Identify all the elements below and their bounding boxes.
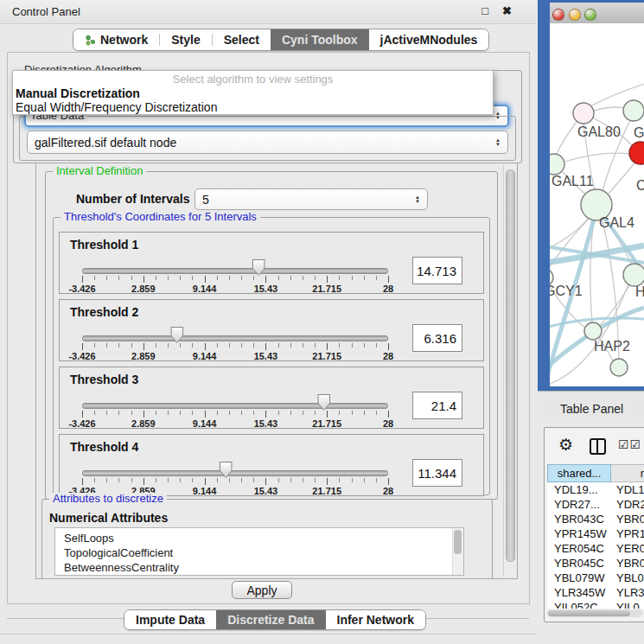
slider-tick-label: 2.859 xyxy=(131,284,156,294)
tab-network[interactable]: Network xyxy=(73,29,159,50)
slider-tick xyxy=(303,276,303,280)
tab-infer-network[interactable]: Infer Network xyxy=(326,610,425,629)
network-node-green[interactable] xyxy=(623,100,644,121)
close-traffic-light[interactable] xyxy=(552,9,564,21)
slider-tick xyxy=(278,478,279,482)
column-header-shared[interactable]: shared... xyxy=(547,464,611,482)
slider-tick xyxy=(229,478,230,482)
tab-discretize-data[interactable]: Discretize Data xyxy=(216,610,325,629)
network-node-label: G. xyxy=(634,125,644,140)
slider-tick-label: 21.715 xyxy=(312,418,341,429)
dropdown-option-equal-width[interactable]: Equal Width/Frequency Discretization xyxy=(13,100,493,114)
slider-tick xyxy=(118,343,119,348)
network-node-pink[interactable] xyxy=(573,103,594,124)
slider-tick xyxy=(229,343,230,348)
tab-style-label: Style xyxy=(171,33,200,47)
table-row[interactable]: YBR045CYBR0 xyxy=(547,556,644,571)
interval-definition-group: Interval Definition Number of Intervals … xyxy=(45,171,498,500)
tab-style[interactable]: Style xyxy=(160,29,211,50)
attributes-scrollbar[interactable] xyxy=(452,528,463,575)
num-intervals-combobox[interactable]: 5 ▲▼ xyxy=(194,188,428,210)
table-row[interactable]: YBR043CYBR0 xyxy=(547,512,644,526)
network-node-label: H xyxy=(635,284,644,299)
table-row[interactable]: YBL079WYBL0 xyxy=(547,571,644,585)
attributes-scrollbar-thumb[interactable] xyxy=(454,530,462,554)
table-data-combobox[interactable]: galFiltered.sif default node ▲▼ xyxy=(27,131,508,154)
network-graph: GAL80G.GAL11CGAL4GCY1HHAP2 xyxy=(550,23,644,386)
checkbox-icons[interactable]: ☑☑ xyxy=(618,437,641,451)
slider-tick-label: 21.715 xyxy=(312,351,341,361)
network-node-green[interactable] xyxy=(623,264,644,286)
slider-tick xyxy=(156,276,156,280)
tab-impute-data[interactable]: Impute Data xyxy=(124,610,216,629)
network-node-green[interactable] xyxy=(584,322,602,340)
slider-tick xyxy=(241,343,242,348)
attribute-list-item[interactable]: BetweennessCentrality xyxy=(64,560,463,575)
threshold-value-field[interactable]: 14.713 xyxy=(412,257,462,284)
attribute-list-item[interactable]: TopologicalCoefficient xyxy=(64,545,463,560)
threshold-value-field[interactable]: 11.344 xyxy=(412,459,462,487)
gear-icon[interactable]: ⚙ xyxy=(558,435,573,455)
network-node-label: GAL4 xyxy=(599,215,634,230)
slider-tick-label: -3.426 xyxy=(68,418,95,429)
minimize-traffic-light[interactable] xyxy=(569,9,581,21)
slider-tick xyxy=(82,411,83,418)
tab-jactivemnodules[interactable]: jActiveMNodules xyxy=(369,29,489,50)
slider-tick xyxy=(290,343,291,348)
num-intervals-value: 5 xyxy=(202,193,209,207)
threshold-value-field[interactable]: 6.316 xyxy=(412,324,462,352)
threshold-slider[interactable]: -3.4262.8599.14415.4321.71528 xyxy=(82,466,388,495)
network-node-green[interactable] xyxy=(610,359,628,376)
column-layout-icon[interactable] xyxy=(590,438,606,455)
table-row[interactable]: YPR145WYPR1 xyxy=(547,526,644,541)
cell-name: YBL0 xyxy=(611,571,644,584)
settings-scrollbar[interactable] xyxy=(503,165,515,577)
slider-track[interactable] xyxy=(82,335,388,341)
slider-tick xyxy=(364,343,365,348)
table-hscrollbar-thumb[interactable] xyxy=(548,610,630,616)
close-icon[interactable]: ✖ xyxy=(502,4,512,17)
table-row[interactable]: YER054CYER0 xyxy=(547,541,644,556)
numerical-attributes-list[interactable]: SelfLoopsTopologicalCoefficientBetweenne… xyxy=(54,527,464,576)
settings-scrollbar-thumb[interactable] xyxy=(506,169,515,562)
combo-spinner-icon: ▲▼ xyxy=(490,138,501,147)
slider-track[interactable] xyxy=(82,268,388,274)
threshold-slider[interactable]: -3.4262.8599.14415.4321.71528 xyxy=(82,264,388,293)
threshold-label: Threshold 2 xyxy=(70,305,138,319)
threshold-slider[interactable]: -3.4262.8599.14415.4321.71528 xyxy=(82,399,388,428)
apply-button[interactable]: Apply xyxy=(232,581,292,599)
dropdown-option-manual[interactable]: Manual Discretization xyxy=(13,86,493,100)
column-header-name[interactable]: na xyxy=(611,464,644,482)
table-row[interactable]: YDR27...YDR2 xyxy=(547,497,644,512)
zoom-traffic-light[interactable] xyxy=(584,9,596,21)
slider-tick xyxy=(229,276,230,280)
slider-tick xyxy=(376,276,377,280)
network-node-label: C xyxy=(636,178,644,193)
cell-shared-name: YDR27... xyxy=(547,498,611,511)
slider-tick xyxy=(106,411,107,415)
network-canvas[interactable]: GAL80G.GAL11CGAL4GCY1HHAP2 xyxy=(550,23,644,386)
table-header-row: shared... na xyxy=(547,464,644,482)
network-node-green[interactable] xyxy=(550,154,564,175)
slider-tick xyxy=(118,478,119,482)
tab-cyni-toolbox[interactable]: Cyni Toolbox xyxy=(271,29,369,50)
threshold-value-field[interactable]: 21.4 xyxy=(412,392,462,419)
slider-track[interactable] xyxy=(82,403,388,409)
network-window-titlebar[interactable] xyxy=(550,3,644,24)
float-window-icon[interactable]: □ xyxy=(481,4,488,17)
slider-tick xyxy=(364,411,365,415)
table-row[interactable]: YIL052CYIL0 xyxy=(547,600,644,609)
table-row[interactable]: YDL19...YDL1 xyxy=(547,482,644,497)
slider-track[interactable] xyxy=(82,470,388,476)
cell-shared-name: YBR045C xyxy=(547,557,611,570)
slider-tick xyxy=(339,343,340,348)
threshold-slider[interactable]: -3.4262.8599.14415.4321.71528 xyxy=(82,331,388,360)
table-row[interactable]: YLR345WYLR3 xyxy=(547,585,644,600)
slider-tick xyxy=(180,478,181,482)
attribute-list-item[interactable]: SelfLoops xyxy=(64,531,463,545)
table-hscrollbar[interactable] xyxy=(547,609,643,617)
tab-select[interactable]: Select xyxy=(213,29,271,50)
slider-tick xyxy=(364,478,365,482)
slider-tick xyxy=(217,411,218,415)
network-node-label: GAL80 xyxy=(577,124,621,139)
